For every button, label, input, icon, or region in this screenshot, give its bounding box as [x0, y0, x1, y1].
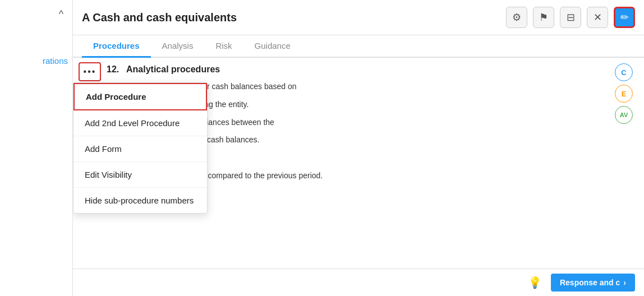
badges: C E AV	[615, 63, 633, 124]
hide-sub-procedure-numbers-item[interactable]: Hide sub-procedure numbers	[73, 188, 207, 213]
edit-visibility-item[interactable]: Edit Visibility	[73, 162, 207, 188]
flag-icon[interactable]: ⚑	[533, 7, 554, 28]
lightbulb-icon: 💡	[528, 276, 542, 289]
procedure-title: 12. Analytical procedures	[107, 64, 635, 75]
edit-icon[interactable]: ✏	[614, 7, 635, 28]
tab-analysis[interactable]: Analysis	[151, 35, 205, 58]
procedure-title-text: Analytical procedures	[126, 64, 220, 74]
tabs-bar: Procedures Analysis Risk Guidance	[73, 35, 644, 58]
tab-guidance[interactable]: Guidance	[243, 35, 302, 58]
add-procedure-item[interactable]: Add Procedure	[73, 83, 207, 110]
print-icon[interactable]: ⊟	[560, 7, 581, 28]
add-form-item[interactable]: Add Form	[73, 136, 207, 162]
settings-icon[interactable]: ⚙	[506, 7, 527, 28]
response-btn-label: Response and c	[560, 278, 620, 287]
dropdown-menu: Add Procedure Add 2nd Level Procedure Ad…	[73, 82, 208, 214]
close-icon[interactable]: ✕	[587, 7, 608, 28]
sidebar-rations-label: rations	[43, 56, 72, 66]
badge-e: E	[615, 85, 633, 103]
tab-procedures[interactable]: Procedures	[82, 35, 151, 58]
more-options-button[interactable]: •••	[79, 62, 101, 81]
response-and-button[interactable]: Response and c ›	[551, 274, 635, 292]
procedure-number: 12.	[107, 64, 119, 74]
chevron-right-icon: ›	[623, 278, 626, 287]
main-content: A Cash and cash equivalents ⚙ ⚑ ⊟ ✕ ✏	[73, 0, 644, 296]
content-area: ••• Add Procedure Add 2nd Level Procedur…	[73, 58, 644, 269]
sidebar: ^ rations	[0, 0, 73, 296]
three-dots-icon: •••	[84, 67, 96, 77]
add-2nd-level-procedure-item[interactable]: Add 2nd Level Procedure	[73, 110, 207, 136]
page-title: A Cash and cash equivalents	[82, 11, 506, 24]
bottom-row: 💡 Response and c ›	[73, 269, 644, 296]
badge-av: AV	[615, 106, 633, 124]
badge-c: C	[615, 63, 633, 81]
tab-risk[interactable]: Risk	[204, 35, 243, 58]
sidebar-collapse-btn[interactable]: ^	[50, 6, 72, 22]
header: A Cash and cash equivalents ⚙ ⚑ ⊟ ✕ ✏	[73, 0, 644, 35]
header-icons: ⚙ ⚑ ⊟ ✕ ✏	[506, 7, 635, 28]
